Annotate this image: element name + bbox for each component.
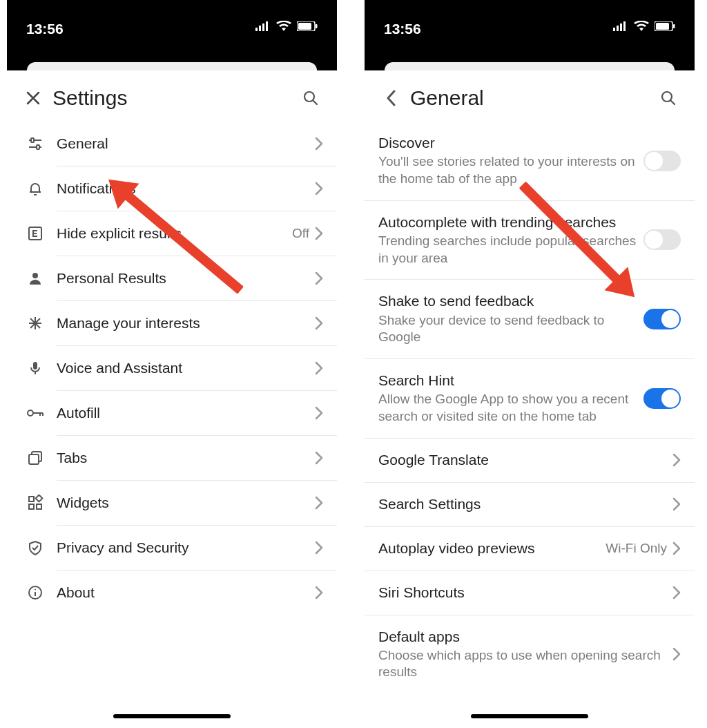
row-tabs[interactable]: Tabs [7, 436, 337, 480]
toggle-search-hint[interactable] [643, 388, 681, 409]
row-sub: Trending searches include popular search… [378, 233, 637, 267]
row-manage-interests[interactable]: Manage your interests [7, 301, 337, 345]
row-search-hint[interactable]: Search Hint Allow the Google App to show… [365, 359, 695, 439]
row-siri-shortcuts[interactable]: Siri Shortcuts [365, 571, 695, 615]
page-title: General [410, 86, 484, 110]
explicit-icon [27, 225, 43, 242]
toggle-autocomplete-trending[interactable] [643, 229, 681, 250]
row-title: Autoplay video previews [378, 539, 599, 557]
row-privacy-security[interactable]: Privacy and Security [7, 526, 337, 570]
row-discover[interactable]: Discover You'll see stories related to y… [365, 122, 695, 201]
row-label: Autofill [57, 404, 308, 422]
asterisk-icon [27, 315, 43, 332]
svg-rect-2 [262, 23, 264, 31]
svg-rect-41 [656, 23, 669, 30]
mic-icon [27, 360, 43, 376]
chevron-right-icon [315, 406, 323, 420]
status-bar: 13:56 [7, 0, 337, 62]
svg-rect-0 [255, 28, 258, 31]
row-autocomplete-trending[interactable]: Autocomplete with trending searches Tren… [365, 201, 695, 280]
svg-rect-42 [673, 24, 675, 28]
battery-icon [655, 21, 675, 31]
signal-icon [255, 21, 271, 31]
chevron-right-icon [672, 647, 681, 661]
status-time: 13:56 [26, 21, 64, 37]
svg-rect-38 [620, 23, 622, 31]
svg-rect-28 [29, 454, 39, 464]
row-label: Hide explicit results [57, 224, 285, 242]
svg-rect-37 [617, 26, 619, 31]
row-value: Wi-Fi Only [606, 541, 667, 556]
svg-point-23 [28, 410, 33, 416]
settings-header: Settings [7, 75, 337, 122]
shield-icon [27, 539, 43, 556]
row-notifications[interactable]: Notifications [7, 166, 337, 211]
info-icon [27, 584, 43, 601]
row-voice-assistant[interactable]: Voice and Assistant [7, 346, 337, 390]
page-title: Settings [52, 86, 127, 110]
search-icon [660, 90, 677, 106]
search-button[interactable] [655, 84, 682, 112]
row-default-apps[interactable]: Default apps Choose which apps to use wh… [365, 615, 695, 694]
svg-rect-36 [613, 28, 615, 31]
row-sub: Allow the Google App to show you a recen… [378, 391, 637, 425]
row-title: Autocomplete with trending searches [378, 213, 637, 231]
home-indicator [113, 714, 231, 718]
toggle-shake-feedback[interactable] [643, 309, 681, 329]
row-autoplay-previews[interactable]: Autoplay video previews Wi-Fi Only [365, 527, 695, 571]
row-sub: Shake your device to send feedback to Go… [378, 312, 637, 346]
wifi-icon [634, 21, 649, 32]
chevron-right-icon [315, 182, 323, 195]
chevron-right-icon [315, 227, 323, 240]
sliders-icon [27, 135, 43, 152]
chevron-right-icon [315, 541, 323, 555]
row-hide-explicit[interactable]: Hide explicit results Off [7, 211, 337, 256]
row-label: About [57, 584, 308, 602]
svg-rect-30 [29, 504, 34, 509]
row-label: Tabs [57, 449, 308, 467]
svg-rect-21 [33, 362, 37, 370]
chevron-left-icon [386, 90, 396, 106]
general-screen: 13:56 General [365, 0, 695, 725]
wifi-icon [276, 21, 291, 32]
svg-line-8 [313, 101, 318, 105]
row-label: Personal Results [57, 269, 308, 287]
row-title: Default apps [378, 628, 666, 646]
search-button[interactable] [297, 84, 325, 112]
row-label: Widgets [57, 494, 308, 512]
row-sub: You'll see stories related to your inter… [378, 153, 637, 187]
chevron-right-icon [315, 586, 323, 600]
svg-point-35 [35, 589, 36, 591]
status-bar: 13:56 [365, 0, 695, 62]
row-search-settings[interactable]: Search Settings [365, 483, 695, 527]
chevron-right-icon [672, 497, 681, 511]
chevron-right-icon [315, 316, 323, 330]
close-button[interactable] [19, 84, 47, 112]
row-widgets[interactable]: Widgets [7, 481, 337, 525]
signal-icon [613, 21, 628, 31]
status-time: 13:56 [384, 21, 421, 37]
row-general[interactable]: General [7, 122, 337, 166]
svg-rect-3 [266, 21, 268, 31]
general-sheet: General Discover You'll see stories rela… [365, 70, 695, 693]
person-icon [27, 270, 43, 287]
chevron-right-icon [315, 496, 323, 510]
row-label: Notifications [57, 180, 308, 198]
row-shake-feedback[interactable]: Shake to send feedback Shake your device… [365, 280, 695, 359]
general-header: General [365, 75, 695, 122]
row-label: Privacy and Security [57, 539, 308, 557]
sheet-grab-area [365, 62, 695, 70]
row-about[interactable]: About [7, 571, 337, 615]
settings-list: General Notifications Hide explicit resu… [7, 122, 337, 615]
toggle-discover[interactable] [643, 151, 681, 171]
row-google-translate[interactable]: Google Translate [365, 439, 695, 483]
row-label: General [57, 135, 308, 153]
back-button[interactable] [377, 84, 405, 112]
general-list: Discover You'll see stories related to y… [365, 122, 695, 693]
row-title: Search Hint [378, 372, 637, 390]
row-autofill[interactable]: Autofill [7, 391, 337, 435]
row-personal-results[interactable]: Personal Results [7, 256, 337, 300]
svg-rect-6 [316, 24, 318, 28]
bell-icon [27, 180, 43, 197]
row-title: Search Settings [378, 495, 666, 513]
